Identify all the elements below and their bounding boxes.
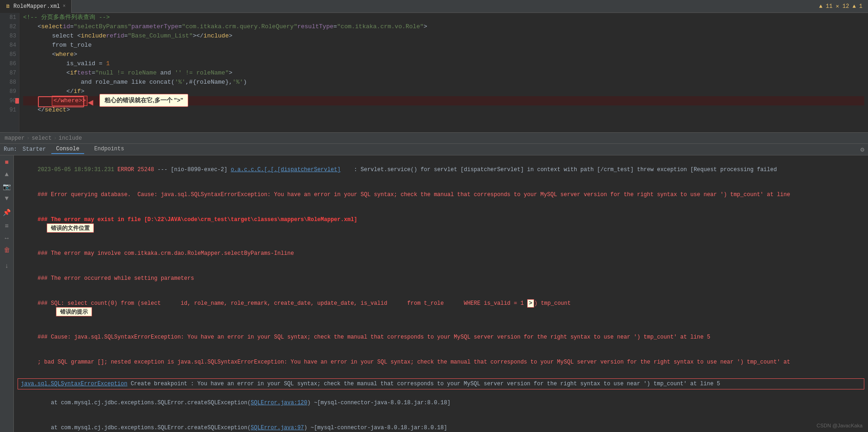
breadcrumb-select: select (31, 135, 51, 142)
endpoints-tab-button[interactable]: Endpoints (90, 145, 129, 154)
editor-area: 81 82 83 84 85 86 87 88 89 90 91 <!-- 分页… (0, 13, 868, 132)
more-button[interactable]: ≡ (2, 221, 12, 231)
tab-label: RoleMapper.xml (13, 3, 60, 10)
code-line-83: select <include refid="Base_Column_List"… (23, 31, 864, 41)
camera-button[interactable]: 📷 (2, 181, 12, 191)
code-line-86: is_valid = 1 (23, 59, 864, 68)
exception-box: java.sql.SQLSyntaxErrorException Create … (18, 378, 864, 389)
scroll-down-button[interactable]: ▼ (2, 193, 12, 204)
code-line-81: <!-- 分页多条件列表查询 --> (23, 13, 864, 22)
log-line-st1: at com.mysql.cj.jdbc.exceptions.SQLError… (18, 390, 864, 415)
code-line-85: <where> (23, 50, 864, 59)
settings-icon[interactable]: ⚙ (861, 146, 864, 154)
tab-close-button[interactable]: × (63, 4, 66, 9)
stop-button[interactable]: ■ (2, 157, 12, 167)
code-line-84: from t_role (23, 41, 864, 50)
pin2-button[interactable]: ↓ (2, 261, 12, 271)
log-line-3: ### The error may exist in file [D:\22\J… (18, 207, 864, 241)
code-line-82: <select id="selectByParams" parameterTyp… (23, 22, 864, 31)
breadcrumb-include: include (59, 135, 82, 142)
run-label: Run: (4, 146, 17, 153)
expand-button[interactable]: ↔ (2, 233, 12, 243)
tab-icon: 🗎 (6, 3, 11, 9)
console-area: ■ ▲ 📷 ▼ 📌 ≡ ↔ 🗑 ↓ 2023-05-05 18:59:31.23… (0, 155, 868, 432)
code-line-88: and role_name like concat('%',#{roleName… (23, 78, 864, 87)
warning-count-label: ▲ 11 ✕ 12 ▲ 1 (819, 3, 868, 10)
scroll-up-button[interactable]: ▲ (2, 169, 12, 179)
log-line-1: 2023-05-05 18:59:31.231 ERROR 25248 --- … (18, 157, 864, 182)
code-line-87: <if test="null != roleName and '' != rol… (23, 68, 864, 78)
log-line-st2: at com.mysql.cj.jdbc.exceptions.SQLError… (18, 415, 864, 432)
log-line-2: ### Error querying database. Cause: java… (18, 182, 864, 207)
line-numbers: 81 82 83 84 85 86 87 88 89 90 91 (0, 13, 19, 132)
log-line-4: ### The error may involve com.itkaka.crm… (18, 241, 864, 266)
run-panel: Run: Starter Console Endpoints ⚙ (0, 143, 868, 155)
code-line-90: </where>> (23, 96, 864, 105)
code-content: <!-- 分页多条件列表查询 --> <select id="selectByP… (19, 13, 868, 132)
log-line-5: ### The error occurred while setting par… (18, 266, 864, 291)
console-sidebar: ■ ▲ 📷 ▼ 📌 ≡ ↔ 🗑 ↓ (0, 155, 14, 432)
console-tab-button[interactable]: Console (51, 145, 84, 154)
code-line-91: </select> (23, 105, 864, 115)
starter-label: Starter (23, 146, 46, 153)
breadcrumb-mapper: mapper (5, 135, 25, 142)
console-content[interactable]: 2023-05-05 18:59:31.231 ERROR 25248 --- … (14, 155, 868, 432)
tab-bar: 🗎 RoleMapper.xml × ▲ 11 ✕ 12 ▲ 1 (0, 0, 868, 13)
log-line-6: ### SQL: select count(0) from (select id… (18, 291, 864, 325)
pin-button[interactable]: 📌 (2, 207, 12, 217)
code-line-89: </if> (23, 87, 864, 96)
active-tab[interactable]: 🗎 RoleMapper.xml × (0, 0, 72, 13)
hint-annotation-label: 错误的提示 (56, 307, 92, 316)
breadcrumb: mapper › select › include (0, 132, 868, 143)
log-line-7: ### Cause: java.sql.SQLSyntaxErrorExcept… (18, 325, 864, 350)
watermark: CSDN @JavacKaka (817, 423, 862, 428)
log-line-8: ; bad SQL grammar []; nested exception i… (18, 350, 864, 375)
file-annotation-label: 错误的文件位置 (47, 223, 94, 233)
clear-button[interactable]: 🗑 (2, 245, 12, 255)
